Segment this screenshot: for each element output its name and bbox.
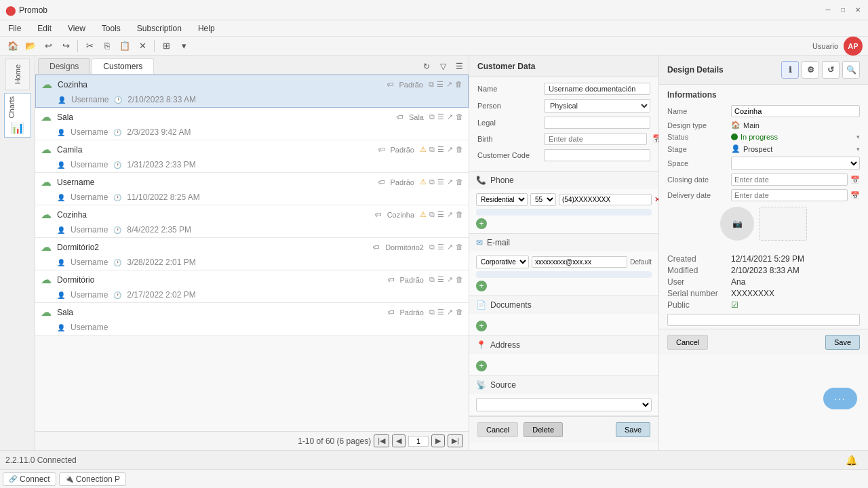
more-button[interactable]: ☰: [452, 60, 466, 73]
cancel-button[interactable]: Cancel: [477, 422, 518, 437]
sidebar-tab-home[interactable]: Home: [5, 58, 30, 90]
item-share-icon[interactable]: ↗: [447, 210, 453, 219]
toolbar-open-button[interactable]: 📂: [23, 39, 38, 54]
toolbar-home-button[interactable]: 🏠: [5, 39, 20, 54]
item-copy-icon[interactable]: ⧉: [429, 80, 434, 89]
filter-button[interactable]: ▽: [436, 60, 450, 73]
close-button[interactable]: ✕: [853, 5, 863, 15]
customer-code-input[interactable]: [544, 149, 650, 161]
item-share-icon[interactable]: ↗: [447, 243, 453, 251]
design-name-input[interactable]: [731, 105, 860, 117]
delivery-date-input[interactable]: [731, 189, 848, 201]
settings-tool-button[interactable]: ⚙: [802, 61, 819, 79]
notification-bell-icon[interactable]: 🔔: [846, 455, 857, 466]
add-phone-button[interactable]: +: [476, 218, 487, 229]
window-controls[interactable]: ─ □ ✕: [823, 5, 863, 15]
menu-tools[interactable]: Tools: [99, 22, 123, 35]
item-delete-icon[interactable]: 🗑: [456, 275, 463, 284]
phone-header[interactable]: 📞 Phone: [469, 171, 658, 189]
item-delete-icon[interactable]: 🗑: [455, 80, 462, 89]
toolbar-cut-button[interactable]: ✂: [82, 39, 97, 54]
name-input[interactable]: [544, 83, 650, 95]
list-item[interactable]: ☁ Sala 🏷 Sala ⧉ ☰ ↗ 🗑 👤 Username 🕐 2/3: [35, 108, 469, 140]
item-archive-icon[interactable]: ☰: [437, 308, 444, 317]
connection-p-tab[interactable]: 🔌 Conection P: [59, 472, 126, 486]
item-archive-icon[interactable]: ☰: [437, 113, 444, 121]
tab-customers[interactable]: Customers: [92, 58, 154, 74]
menu-edit[interactable]: Edit: [35, 22, 54, 35]
sidebar-tab-charts[interactable]: Charts 📊: [4, 93, 31, 137]
avatar-circle[interactable]: 📷: [720, 207, 754, 241]
item-share-icon[interactable]: ↗: [446, 80, 452, 89]
first-page-button[interactable]: |◀: [374, 434, 389, 447]
save-button[interactable]: Save: [616, 422, 650, 437]
toolbar-dropdown-button[interactable]: ▾: [176, 39, 191, 54]
item-copy-icon[interactable]: ⧉: [429, 113, 435, 121]
item-archive-icon[interactable]: ☰: [437, 80, 443, 89]
menu-file[interactable]: File: [5, 22, 24, 35]
item-share-icon[interactable]: ↗: [447, 308, 453, 317]
menu-view[interactable]: View: [65, 22, 88, 35]
item-archive-icon[interactable]: ☰: [437, 145, 444, 154]
item-archive-icon[interactable]: ☰: [437, 178, 444, 186]
documents-header[interactable]: 📄 Documents: [469, 296, 658, 314]
search-tool-button[interactable]: 🔍: [842, 61, 860, 79]
last-page-button[interactable]: ▶|: [448, 434, 463, 447]
list-item[interactable]: ☁ Cozinha 🏷 Cozinha ⚠ ⧉ ☰ ↗ 🗑 👤 Username: [35, 205, 469, 238]
user-avatar[interactable]: AP: [844, 37, 863, 56]
item-copy-icon[interactable]: ⧉: [429, 178, 435, 186]
item-delete-icon[interactable]: 🗑: [456, 145, 463, 154]
history-tool-button[interactable]: ↺: [822, 61, 840, 79]
design-save-button[interactable]: Save: [825, 335, 860, 350]
item-delete-icon[interactable]: 🗑: [456, 210, 463, 219]
phone-delete-icon[interactable]: ✕: [654, 195, 658, 204]
toolbar-delete-button[interactable]: ✕: [135, 39, 150, 54]
add-email-button[interactable]: +: [476, 281, 487, 291]
connect-tab[interactable]: 🔗 Connect: [3, 472, 56, 486]
list-item[interactable]: ☁ Sala 🏷 Padrão ⧉ ☰ ↗ 🗑 👤 Username: [35, 303, 469, 336]
list-item[interactable]: ☁ Cozinha 🏷 Padrão ⧉ ☰ ↗ 🗑 👤 Username 🕐: [35, 75, 469, 108]
design-notes-input[interactable]: [667, 314, 860, 326]
list-item[interactable]: ☁ Camila 🏷 Padrão ⚠ ⧉ ☰ ↗ 🗑 👤 Username: [35, 140, 469, 173]
refresh-button[interactable]: ↻: [420, 60, 433, 73]
list-item[interactable]: ☁ Dormitório 🏷 Padrão ⧉ ☰ ↗ 🗑 👤 Username…: [35, 270, 469, 303]
status-dropdown-icon[interactable]: ▾: [856, 134, 860, 140]
toolbar-redo-button[interactable]: ↪: [58, 39, 73, 54]
item-copy-icon[interactable]: ⧉: [429, 145, 435, 154]
add-address-button[interactable]: +: [476, 361, 487, 371]
item-copy-icon[interactable]: ⧉: [429, 275, 435, 284]
item-copy-icon[interactable]: ⧉: [429, 308, 435, 317]
design-space-select[interactable]: [731, 157, 860, 170]
item-copy-icon[interactable]: ⧉: [429, 210, 435, 219]
minimize-button[interactable]: ─: [823, 5, 833, 15]
item-delete-icon[interactable]: 🗑: [456, 178, 463, 186]
toolbar-copy-button[interactable]: ⎘: [100, 39, 115, 54]
item-delete-icon[interactable]: 🗑: [456, 113, 463, 121]
menu-subscription[interactable]: Subscription: [134, 22, 184, 35]
item-archive-icon[interactable]: ☰: [437, 275, 444, 284]
toolbar-undo-button[interactable]: ↩: [41, 39, 56, 54]
phone-type-select[interactable]: Residential Mobile: [476, 193, 528, 206]
phone-country-select[interactable]: 55: [530, 193, 556, 206]
item-delete-icon[interactable]: 🗑: [456, 243, 463, 251]
email-type-select[interactable]: Corporative Personal: [476, 256, 529, 268]
toolbar-grid-button[interactable]: ⊞: [159, 39, 174, 54]
stage-dropdown-icon[interactable]: ▾: [856, 146, 860, 152]
address-header[interactable]: 📍 Address: [469, 336, 658, 354]
list-item[interactable]: ☁ Dormitório2 🏷 Dormitório2 ⧉ ☰ ↗ 🗑 👤 Us…: [35, 238, 469, 270]
page-number-input[interactable]: [408, 436, 429, 447]
item-archive-icon[interactable]: ☰: [437, 243, 444, 251]
closing-calendar-icon[interactable]: 📅: [850, 176, 860, 184]
chat-button[interactable]: ···: [823, 388, 857, 409]
delivery-calendar-icon[interactable]: 📅: [850, 191, 860, 200]
info-tool-button[interactable]: ℹ: [781, 61, 799, 79]
person-select[interactable]: Physical Legal: [544, 99, 650, 113]
birth-input[interactable]: [544, 133, 647, 145]
birth-calendar-icon[interactable]: 📅: [652, 134, 658, 144]
item-share-icon[interactable]: ↗: [447, 145, 453, 154]
phone-number-input[interactable]: [559, 194, 652, 205]
next-page-button[interactable]: ▶: [431, 434, 445, 447]
closing-date-input[interactable]: [731, 174, 848, 186]
prev-page-button[interactable]: ◀: [392, 434, 406, 447]
maximize-button[interactable]: □: [838, 5, 848, 15]
